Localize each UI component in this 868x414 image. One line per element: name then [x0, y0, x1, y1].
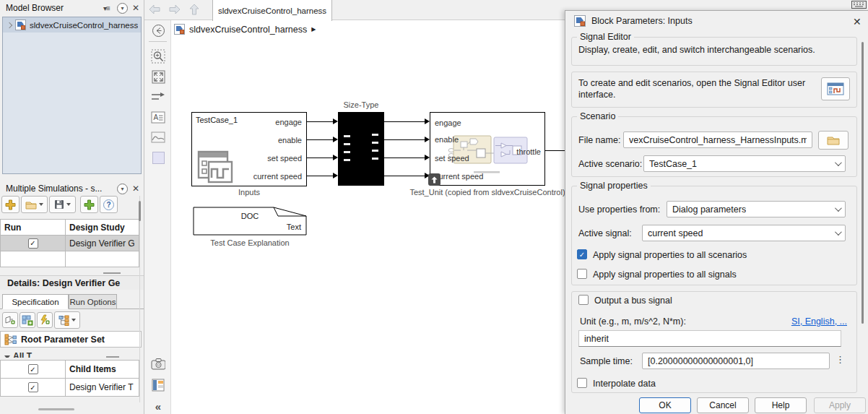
open-button[interactable]: [21, 196, 48, 213]
inputs-block[interactable]: TestCase_1 engage enable set speed curre…: [191, 112, 307, 186]
unit-label: Unit (e.g., m, m/s^2, N*m):: [580, 316, 686, 327]
dialog-scrollbar-thumb[interactable]: [862, 42, 864, 324]
multi-sim-title: Multiple Simulations - s...: [6, 184, 102, 194]
run-checkbox[interactable]: ✓: [28, 238, 38, 249]
doc-title: DOC: [193, 212, 307, 220]
screenshot-button[interactable]: [151, 356, 165, 371]
help-button[interactable]: Help: [755, 397, 807, 413]
splitter-handle-2[interactable]: [106, 356, 119, 358]
tab-run-options[interactable]: Run Options: [69, 294, 117, 309]
harness-badge[interactable]: [428, 173, 440, 186]
tree-expand-icon[interactable]: [6, 22, 12, 27]
doc-block[interactable]: DOC Text: [193, 207, 307, 236]
active-signal-dropdown[interactable]: current speed: [642, 225, 846, 241]
zoom-button[interactable]: [151, 49, 165, 64]
dialog-close-icon[interactable]: ✕: [851, 14, 863, 29]
root-parameter-set-row[interactable]: Root Parameter Set: [0, 331, 142, 348]
active-scenario-label: Active scenario:: [578, 159, 642, 169]
apply-all-scenarios-checkbox[interactable]: ✓: [577, 249, 587, 259]
port-label: enable: [435, 135, 459, 144]
keyboard-icon[interactable]: [851, 1, 867, 9]
interpolate-checkbox[interactable]: [577, 378, 587, 388]
output-bus-checkbox[interactable]: [578, 295, 589, 305]
sample-time-kebab-icon[interactable]: ⋮: [833, 353, 848, 366]
wire: [384, 121, 425, 122]
apply-button[interactable]: Apply: [814, 397, 866, 413]
open-editor-text: To create and edit scenarios, open the S…: [578, 77, 814, 100]
panel-minimize-icon[interactable]: ▾: [117, 3, 128, 14]
add-step-button[interactable]: [80, 196, 98, 213]
fit-view-button[interactable]: [151, 69, 165, 84]
back-circle-button[interactable]: [151, 23, 165, 38]
forward-arrow-icon[interactable]: [168, 3, 182, 16]
v-scrollbar-thumb[interactable]: [139, 201, 141, 221]
cancel-button[interactable]: Cancel: [697, 397, 749, 413]
schedule-editor-icon: [152, 379, 165, 392]
model-tab[interactable]: sldvexCruiseControl_harness: [212, 0, 332, 21]
launch-signal-editor-button[interactable]: [821, 77, 850, 100]
multi-sim-close-icon[interactable]: ✕: [128, 184, 144, 194]
wire-arrow: [333, 137, 338, 142]
use-properties-dropdown[interactable]: Dialog parameters: [667, 201, 846, 217]
simulink-model-icon: [174, 24, 185, 35]
h-scrollbar-thumb[interactable]: [38, 408, 74, 410]
apply-all-signals-checkbox[interactable]: [577, 269, 587, 279]
wire-arrow: [425, 155, 430, 160]
area-button[interactable]: [151, 150, 165, 165]
breadcrumb-item[interactable]: sldvexCruiseControl_harness: [189, 25, 307, 35]
model-browser-close-icon[interactable]: ✕: [128, 3, 144, 13]
back-arrow-icon[interactable]: [147, 3, 162, 16]
route-signals-button[interactable]: [151, 90, 165, 104]
design-verifier-checkbox[interactable]: ✓: [28, 382, 38, 392]
arrow-up-icon: [431, 176, 438, 184]
open-dropdown-icon[interactable]: [39, 203, 43, 206]
add-parameter-button[interactable]: [2, 312, 18, 328]
table-row[interactable]: ✓ Design Verifier T: [1, 379, 139, 397]
port-label: current speed: [435, 172, 483, 181]
save-button[interactable]: [49, 196, 76, 213]
table-row[interactable]: ✓ Design Verifier G: [1, 236, 139, 251]
browse-file-button[interactable]: [818, 131, 849, 150]
test-unit-block[interactable]: engage enable set speed current speed th…: [430, 112, 545, 186]
child-items-table: ✓ Child Items ✓ Design Verifier T: [0, 360, 139, 397]
wire: [307, 176, 333, 176]
file-name-input[interactable]: vexCruiseControl_harness_HarnessInputs.m…: [623, 131, 812, 148]
green-plus-icon: [84, 199, 95, 210]
add-table-button[interactable]: [19, 312, 35, 328]
splitter-handle[interactable]: [103, 272, 121, 274]
root-parameter-set-label: Root Parameter Set: [21, 335, 105, 345]
ok-button[interactable]: OK: [639, 397, 691, 413]
multi-sim-minimize-icon[interactable]: ▾: [117, 184, 128, 194]
help-icon: ?: [103, 199, 114, 210]
annotation-icon: A: [151, 111, 165, 124]
table-row-empty[interactable]: [1, 251, 139, 267]
breadcrumb-caret-icon[interactable]: ▶: [311, 26, 316, 33]
annotation-button[interactable]: A: [151, 110, 165, 124]
unit-input[interactable]: inherit: [578, 330, 841, 347]
gold-plus-icon: [5, 199, 16, 210]
size-type-block[interactable]: [338, 112, 384, 186]
active-scenario-dropdown[interactable]: TestCase_1: [643, 155, 846, 172]
panel-menu-icon[interactable]: ▾≡: [103, 4, 110, 12]
collapse-button[interactable]: «: [151, 399, 165, 413]
signal-editor-icon: [827, 82, 844, 96]
apply-all-signals-label: Apply signal properties to all signals: [593, 269, 737, 280]
save-dropdown-icon[interactable]: [66, 203, 71, 206]
unit-link[interactable]: SI, English, ...: [782, 316, 847, 327]
image-button[interactable]: [151, 130, 165, 145]
design-study-cell: Design Verifier G: [66, 236, 139, 251]
child-items-checkbox[interactable]: ✓: [28, 364, 38, 374]
help-button[interactable]: ?: [100, 196, 118, 213]
add-fault-button[interactable]: [37, 312, 53, 328]
tree-item-model[interactable]: sldvexCruiseControl_harness: [3, 17, 141, 33]
add-design-study-button[interactable]: [1, 196, 19, 213]
tab-specification[interactable]: Specification: [2, 294, 69, 309]
sample-time-input[interactable]: [0.20000000000000001,0]: [642, 353, 830, 369]
wire: [384, 139, 425, 140]
up-arrow-icon[interactable]: [188, 3, 201, 16]
view-options-button[interactable]: [54, 311, 80, 329]
view-options-dropdown-icon[interactable]: [71, 319, 76, 322]
table-row[interactable]: ✓ Child Items: [1, 361, 139, 379]
schedule-editor-button[interactable]: [151, 378, 165, 392]
model-browser-titlebar: Model Browser ▾≡ ▾ ✕: [0, 0, 144, 16]
